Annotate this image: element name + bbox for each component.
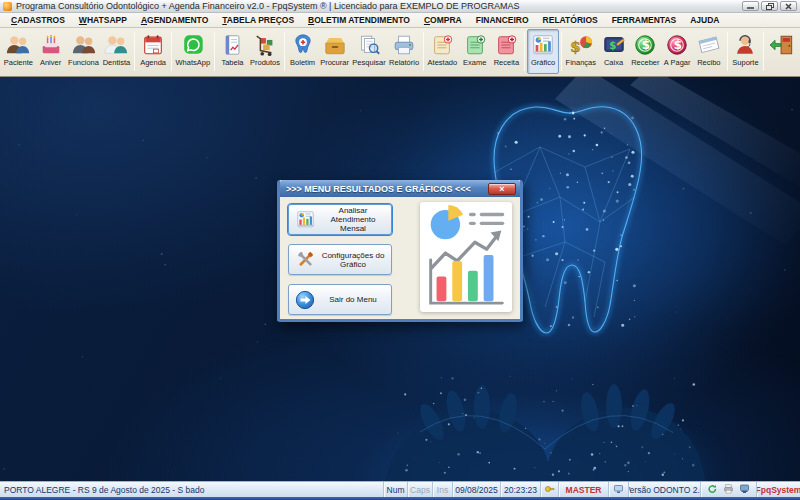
status-user: MASTER <box>559 482 609 497</box>
window-titlebar: Programa Consultório Odontológico + Agen… <box>0 0 800 13</box>
toolbar-button-dentista[interactable]: Dentista <box>101 29 133 74</box>
key-icon <box>544 484 555 496</box>
toolbar-button-agenda[interactable]: Agenda <box>137 29 169 74</box>
toolbar-button-exame[interactable]: Exame <box>459 29 491 74</box>
toolbar-button-relatorio[interactable]: Relatório <box>387 29 421 74</box>
toolbar-button-receber[interactable]: $ Receber <box>629 29 661 74</box>
svg-text:$: $ <box>674 38 682 52</box>
go-arrow-icon <box>292 290 318 310</box>
toolbar-button-funcionarios[interactable]: Funciona <box>66 29 100 74</box>
menu-tabela-precos[interactable]: TABELA PREÇOS <box>215 14 301 26</box>
mini-bar-chart-icon <box>292 209 318 230</box>
search-drawer-icon <box>321 31 349 58</box>
minimize-button[interactable] <box>742 1 759 11</box>
status-key-panel <box>541 482 559 497</box>
toolbar-button-exit[interactable] <box>766 29 798 74</box>
close-button[interactable] <box>780 1 797 11</box>
status-pc-panel <box>609 482 629 497</box>
receive-coin-icon: $ <box>631 31 659 58</box>
cash-book-icon: $ <box>600 31 628 58</box>
analyze-monthly-attendance-button[interactable]: Analisar Atendimento Mensal <box>288 204 392 235</box>
toolbar-separator <box>763 32 764 71</box>
certificate-note-icon <box>428 31 456 58</box>
dialog-close-button[interactable]: × <box>488 183 516 195</box>
menu-whatsapp[interactable]: WHATSAPP <box>72 14 134 26</box>
status-version: Versão ODONTO 2.0 <box>629 482 701 497</box>
toolbar-button-a-pagar[interactable]: $ A Pagar <box>661 29 693 74</box>
chart-illustration <box>420 202 512 312</box>
whatsapp-icon <box>179 31 207 58</box>
pay-coin-icon: $ <box>663 31 691 58</box>
monitor-icon <box>739 484 750 496</box>
toolbar-button-paciente[interactable]: Paciente <box>2 29 35 74</box>
chart-settings-button[interactable]: Configurações do Gráfico <box>288 244 392 275</box>
menu-ferramentas[interactable]: FERRAMENTAS <box>605 14 684 26</box>
desktop-background: >>> MENU RESULTADOS E GRÁFICOS <<< × Ana… <box>0 77 800 481</box>
toolbar-button-financas[interactable]: $ Finanças <box>564 29 598 74</box>
dialog-titlebar[interactable]: >>> MENU RESULTADOS E GRÁFICOS <<< × <box>280 180 520 197</box>
refresh-icon <box>707 484 718 496</box>
menu-financeiro[interactable]: FINANCEIRO <box>469 14 536 26</box>
status-insert: Ins <box>433 482 453 497</box>
window-title: Programa Consultório Odontológico + Agen… <box>16 1 742 11</box>
toolbar-button-procurar[interactable]: Procurar <box>318 29 350 74</box>
toolbar-button-produtos[interactable]: Produtos <box>248 29 282 74</box>
toolbar-button-atestado[interactable]: Atestado <box>426 29 459 74</box>
menu-cadastros[interactable]: CADASTROS <box>4 14 72 26</box>
toolbar-separator <box>171 32 172 71</box>
toolbar-button-recibo[interactable]: Recibo <box>693 29 725 74</box>
toolbar-separator <box>284 32 285 71</box>
status-date: 09/08/2025 <box>453 482 501 497</box>
birthday-cake-icon <box>37 31 65 58</box>
finances-pie-icon: $ <box>567 31 595 58</box>
hands-illustration <box>360 384 730 481</box>
status-bar: PORTO ALEGRE - RS 9 de Agosto de 2025 - … <box>0 481 800 497</box>
toolbar-button-whatsapp[interactable]: WhatsApp <box>174 29 212 74</box>
prescription-note-icon <box>492 31 520 58</box>
restore-button[interactable] <box>761 1 778 11</box>
staff-icon <box>70 31 98 58</box>
dialog-body: Analisar Atendimento Mensal Configuraçõe… <box>280 197 520 319</box>
status-capslock: Caps <box>408 482 433 497</box>
menu-compra[interactable]: COMPRA <box>417 14 469 26</box>
toolbar-button-boletim[interactable]: Boletim <box>287 29 319 74</box>
svg-text:$: $ <box>642 38 650 52</box>
toolbar-separator <box>727 32 728 71</box>
status-numlock: Num <box>384 482 408 497</box>
toolbar-separator <box>524 32 525 71</box>
dentist-icon <box>102 31 130 58</box>
status-tools-panel <box>701 482 757 497</box>
results-graphics-dialog: >>> MENU RESULTADOS E GRÁFICOS <<< × Ana… <box>277 180 523 322</box>
computer-icon <box>613 484 624 496</box>
products-cart-icon <box>251 31 279 58</box>
tooth-bulletin-icon <box>289 31 317 58</box>
toolbar-button-aniver[interactable]: Aniver <box>35 29 67 74</box>
toolbar-button-tabela[interactable]: Tabela <box>217 29 249 74</box>
menu-boletim-atendimento[interactable]: BOLETIM ATENDIMENTO <box>301 14 417 26</box>
exit-door-icon <box>768 31 796 58</box>
toolbar-separator <box>561 32 562 71</box>
search-docs-icon <box>355 31 383 58</box>
menu-ajuda[interactable]: AJUDA <box>683 14 726 26</box>
bar-chart-icon <box>529 31 557 58</box>
exam-note-icon <box>461 31 489 58</box>
menu-agendamento[interactable]: AGENDAMENTO <box>134 14 215 26</box>
menu-relatorios[interactable]: RELATÓRIOS <box>536 14 605 26</box>
toolbar-button-caixa[interactable]: $ Caixa <box>598 29 630 74</box>
app-logo-icon <box>3 2 12 11</box>
exit-menu-button[interactable]: Sair do Menu <box>288 284 392 315</box>
svg-text:$: $ <box>609 39 616 50</box>
receipt-icon <box>695 31 723 58</box>
toolbar-button-suporte[interactable]: Suporte <box>730 29 762 74</box>
status-brand: FpqSystem <box>757 482 800 497</box>
svg-text:$: $ <box>570 37 581 56</box>
toolbar-button-pesquisar[interactable]: Pesquisar <box>351 29 388 74</box>
toolbar-separator <box>214 32 215 71</box>
price-table-icon <box>218 31 246 58</box>
app-window: Programa Consultório Odontológico + Agen… <box>0 0 800 500</box>
toolbar-button-grafico[interactable]: Gráfico <box>527 29 559 74</box>
toolbar-button-receita[interactable]: Receita <box>491 29 523 74</box>
crossed-tools-icon <box>292 249 318 270</box>
support-agent-icon <box>731 31 759 58</box>
printer-icon <box>723 484 734 496</box>
